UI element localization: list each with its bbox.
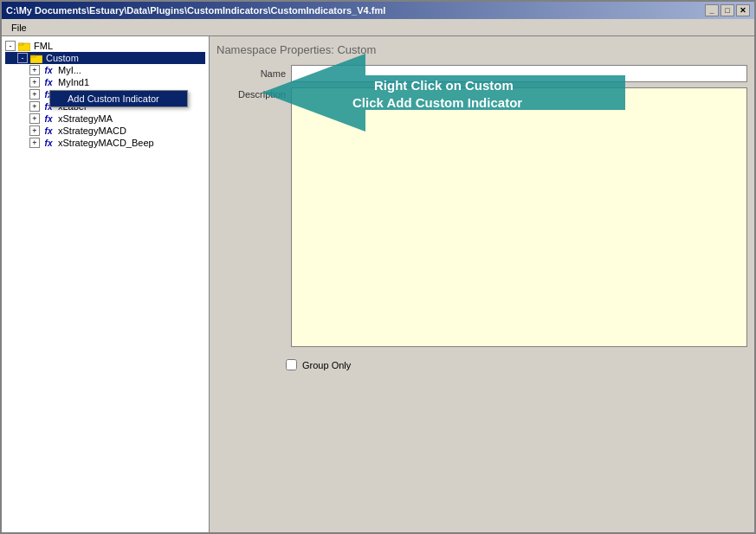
main-window: C:\My Documents\Estuary\Data\Plugins\Cus… xyxy=(0,0,756,534)
myind1-expander[interactable]: + xyxy=(29,77,40,87)
add-custom-indicator-menuitem[interactable]: Add Custom Indicator xyxy=(50,91,187,106)
tree-item-xstrategyma[interactable]: + fx xStrategyMA xyxy=(5,113,205,125)
tree-item-myind1[interactable]: + fx MyInd1 xyxy=(5,76,205,88)
xstrategymacdbeep-expander[interactable]: + xyxy=(29,138,40,148)
name-row: Name xyxy=(216,65,747,82)
tree-panel[interactable]: - FML - Custom xyxy=(2,36,210,532)
file-menu[interactable]: File xyxy=(6,21,32,35)
main-content: - FML - Custom xyxy=(2,36,754,532)
tree-item-xstrategymacdbeep[interactable]: + fx xStrategyMACD_Beep xyxy=(5,137,205,149)
properties-title: Namespace Properties: Custom xyxy=(216,43,747,56)
myi-label: MyI... xyxy=(58,65,81,75)
xstrategymacd-expander[interactable]: + xyxy=(29,125,40,136)
myind1-fx-icon: fx xyxy=(42,77,55,87)
xlabel-expander[interactable]: + xyxy=(29,101,40,112)
context-menu: Add Custom Indicator xyxy=(49,90,188,107)
tree-item-myi[interactable]: + fx MyI... xyxy=(5,64,205,76)
custom-label: Custom xyxy=(46,53,79,63)
xstrategyma-label: xStrategyMA xyxy=(58,113,113,124)
group-only-label: Group Only xyxy=(302,360,351,370)
xstrategyma-fx-icon: fx xyxy=(42,113,55,124)
xstrategymacd-label: xStrategyMACD xyxy=(58,125,126,136)
xstrategymacdbeep-fx-icon: fx xyxy=(42,138,55,148)
title-bar: C:\My Documents\Estuary\Data\Plugins\Cus… xyxy=(2,2,754,19)
fml-folder-icon xyxy=(17,41,31,51)
xstrategymacd-fx-icon: fx xyxy=(42,125,55,136)
tree-item-xstrategymacd[interactable]: + fx xStrategyMACD xyxy=(5,125,205,137)
name-label: Name xyxy=(216,68,286,79)
custom-expander[interactable]: - xyxy=(17,53,28,63)
group-only-row: Group Only xyxy=(216,359,747,370)
description-label: Description xyxy=(216,87,286,100)
description-row: Description xyxy=(216,87,747,347)
window-controls: _ □ ✕ xyxy=(705,4,750,16)
tree-item-fml[interactable]: - FML xyxy=(5,40,205,52)
maximize-button[interactable]: □ xyxy=(720,4,734,16)
fml-label: FML xyxy=(34,41,53,51)
xstrategyma-expander[interactable]: + xyxy=(29,113,40,124)
xstrategymacdbeep-label: xStrategyMACD_Beep xyxy=(58,138,154,148)
group-only-checkbox[interactable] xyxy=(286,359,297,370)
window-title: C:\My Documents\Estuary\Data\Plugins\Cus… xyxy=(6,5,385,16)
svg-rect-1 xyxy=(18,43,23,45)
fml-expander[interactable]: - xyxy=(5,41,16,51)
myind2-expander[interactable]: + xyxy=(29,89,40,100)
description-area[interactable] xyxy=(291,87,747,347)
close-button[interactable]: ✕ xyxy=(736,4,750,16)
myi-fx-icon: fx xyxy=(42,65,55,75)
right-panel: Namespace Properties: Custom Name Descri… xyxy=(210,36,754,532)
minimize-button[interactable]: _ xyxy=(705,4,719,16)
menu-bar: File xyxy=(2,19,754,36)
svg-rect-3 xyxy=(30,55,36,57)
custom-folder-icon xyxy=(29,53,43,63)
myind1-label: MyInd1 xyxy=(58,77,89,87)
name-input[interactable] xyxy=(291,65,747,82)
tree-item-custom[interactable]: - Custom xyxy=(5,52,205,64)
myi-expander[interactable]: + xyxy=(29,65,40,75)
